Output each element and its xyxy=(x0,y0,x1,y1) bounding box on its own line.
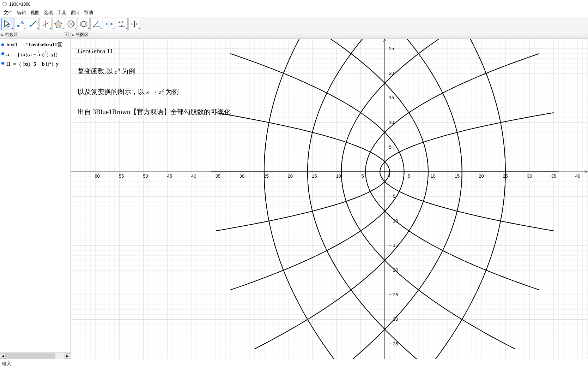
svg-point-27 xyxy=(93,26,94,28)
svg-point-5 xyxy=(2,3,3,4)
svg-point-6 xyxy=(17,25,19,27)
svg-text:− 30: − 30 xyxy=(389,316,398,322)
svg-text:5: 5 xyxy=(389,144,392,150)
algebra-item[interactable]: a = { (x((a − 5 i)2), y(( xyxy=(1,49,69,59)
svg-text:a=2: a=2 xyxy=(118,20,123,24)
tool-polygon[interactable] xyxy=(52,18,64,30)
tool-angle[interactable] xyxy=(90,18,102,30)
svg-text:− 5: − 5 xyxy=(389,194,395,199)
scroll-thumb[interactable] xyxy=(6,354,55,358)
svg-point-26 xyxy=(83,21,84,22)
window-dimensions: 1938×1060 xyxy=(9,2,30,7)
svg-point-19 xyxy=(54,23,56,24)
geogebra-logo-icon xyxy=(2,2,7,7)
overlay-line1: GeoGebra 11 xyxy=(78,46,231,57)
svg-text:− 10: − 10 xyxy=(332,173,341,179)
svg-point-13 xyxy=(45,24,46,25)
overlay-text: GeoGebra 11 复变函数,以 eit 为例 以及复变换的图示，以 z →… xyxy=(75,44,233,128)
svg-text:10: 10 xyxy=(430,173,435,179)
svg-text:− 40: − 40 xyxy=(187,173,196,179)
svg-text:− 5: − 5 xyxy=(357,173,364,179)
command-input[interactable] xyxy=(14,360,586,367)
svg-text:− 30: − 30 xyxy=(236,173,245,179)
svg-text:− 60: − 60 xyxy=(91,173,100,179)
algebra-item[interactable]: l1 = { (x((−5 + b i)2), y xyxy=(1,59,69,68)
svg-point-0 xyxy=(3,2,7,6)
tool-reflect[interactable] xyxy=(103,18,115,30)
input-bar: 输入: xyxy=(0,359,588,368)
menu-file[interactable]: 文件 xyxy=(2,10,14,16)
svg-text:25: 25 xyxy=(389,46,394,51)
menu-bar: 文件 编辑 视图 选项 工具 窗口 帮助 xyxy=(0,8,588,17)
svg-point-9 xyxy=(30,25,32,26)
tool-slider[interactable]: a=2 xyxy=(116,18,128,30)
menu-window[interactable]: 窗口 xyxy=(69,10,81,16)
algebra-title: 代数区 xyxy=(5,32,18,38)
tool-line[interactable] xyxy=(27,18,39,30)
svg-text:− 35: − 35 xyxy=(389,341,398,346)
svg-text:− 20: − 20 xyxy=(284,173,293,179)
menu-help[interactable]: 帮助 xyxy=(83,10,95,16)
svg-text:35: 35 xyxy=(551,173,556,179)
tool-circle[interactable] xyxy=(65,18,77,30)
svg-point-29 xyxy=(97,21,98,23)
algebra-header[interactable]: ▶ 代数区 × xyxy=(0,31,70,39)
scroll-left-icon[interactable]: ◀ xyxy=(0,353,6,359)
menu-tools[interactable]: 工具 xyxy=(56,10,68,16)
tool-point[interactable]: A xyxy=(14,18,26,30)
svg-point-35 xyxy=(121,25,123,27)
svg-text:− 15: − 15 xyxy=(308,173,317,179)
graphics-title: 绘图区 xyxy=(76,32,89,38)
overlay-line3: 以及复变换的图示，以 z → z2 为例 xyxy=(78,86,231,97)
svg-text:− 25: − 25 xyxy=(389,292,398,297)
title-bar: 1938×1060 xyxy=(0,0,588,8)
visibility-bullet-icon[interactable] xyxy=(1,52,4,55)
graphics-header[interactable]: ▶ 绘图区 xyxy=(71,31,588,39)
menu-view[interactable]: 视图 xyxy=(29,10,41,16)
svg-text:15: 15 xyxy=(389,95,394,100)
svg-marker-14 xyxy=(55,21,61,27)
svg-text:40: 40 xyxy=(575,173,580,179)
svg-point-22 xyxy=(73,23,75,25)
svg-text:20: 20 xyxy=(479,173,484,179)
svg-text:15: 15 xyxy=(455,173,460,179)
svg-text:− 35: − 35 xyxy=(211,173,220,179)
overlay-line4: 出自 3Blue1Brown【官方双语】全部勾股数的可视化 xyxy=(78,107,231,117)
svg-point-10 xyxy=(34,22,35,23)
svg-point-24 xyxy=(81,23,82,25)
close-icon[interactable]: × xyxy=(64,32,69,37)
svg-point-17 xyxy=(59,26,61,28)
algebra-expr: a = { (x((a − 5 i)2), y(( xyxy=(6,50,57,58)
svg-point-21 xyxy=(70,23,72,25)
algebra-expr: l1 = { (x((−5 + b i)2), y xyxy=(6,60,59,67)
menu-options[interactable]: 选项 xyxy=(42,10,54,16)
svg-text:A: A xyxy=(20,19,24,25)
scroll-right-icon[interactable]: ▶ xyxy=(65,353,70,359)
algebra-list[interactable]: text1 = "GeoGebra11复 a = { (x((a − 5 i)2… xyxy=(0,39,70,352)
svg-point-3 xyxy=(5,6,6,6)
tool-move[interactable] xyxy=(1,18,13,30)
algebra-scrollbar[interactable]: ◀ ▶ xyxy=(0,352,70,359)
svg-point-31 xyxy=(106,23,107,25)
menu-edit[interactable]: 编辑 xyxy=(16,10,28,16)
chevron-right-icon[interactable]: ▶ xyxy=(72,33,74,37)
graphics-canvas[interactable]: − 60− 55− 50− 45− 40− 35− 30− 25− 20− 15… xyxy=(71,39,588,359)
svg-point-15 xyxy=(57,20,59,22)
svg-point-16 xyxy=(61,23,62,24)
svg-point-1 xyxy=(4,2,5,3)
tool-perpendicular[interactable] xyxy=(40,18,51,30)
algebra-item[interactable]: text1 = "GeoGebra11复 xyxy=(1,40,69,49)
svg-text:30: 30 xyxy=(527,173,532,179)
algebra-expr: text1 = "GeoGebra11复 xyxy=(6,41,62,48)
tool-ellipse[interactable] xyxy=(78,18,90,30)
svg-text:5: 5 xyxy=(408,173,410,179)
algebra-panel: ▶ 代数区 × text1 = "GeoGebra11复 a = { (x((a… xyxy=(0,31,71,359)
overlay-line2: 复变函数,以 eit 为例 xyxy=(78,66,231,77)
chevron-right-icon[interactable]: ▶ xyxy=(1,33,4,37)
visibility-bullet-icon[interactable] xyxy=(1,43,4,46)
svg-text:− 55: − 55 xyxy=(115,173,124,179)
visibility-bullet-icon[interactable] xyxy=(1,62,4,65)
svg-point-32 xyxy=(111,23,112,25)
tool-move-view[interactable] xyxy=(128,18,140,30)
toolbar: A a=2 xyxy=(0,17,588,31)
